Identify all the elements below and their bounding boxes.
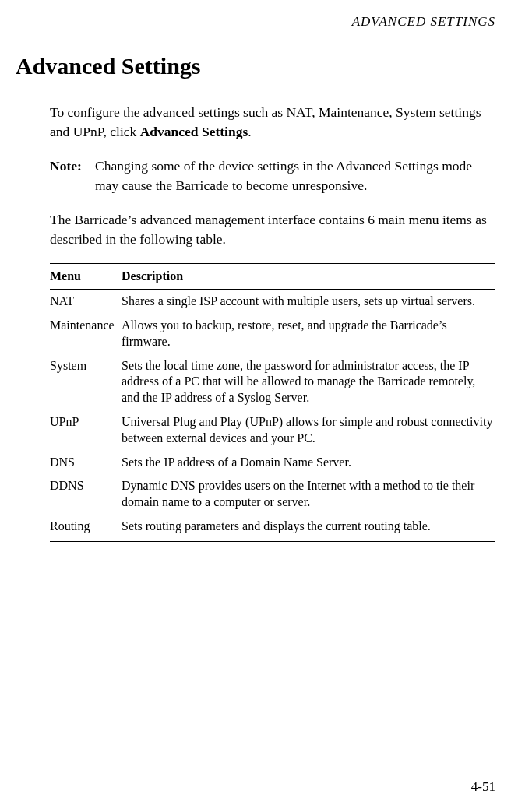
table-cell-menu: NAT [50,290,122,314]
intro-prefix: To configure the advanced settings such … [50,104,481,139]
page-number: 4-51 [471,779,495,795]
table-cell-description: Shares a single ISP account with multipl… [122,290,495,314]
table-cell-menu: System [50,354,122,410]
running-header: ADVANCED SETTINGS [0,0,511,30]
table-header-menu: Menu [50,264,122,290]
table-cell-menu: Maintenance [50,314,122,354]
table-row: DNS Sets the IP address of a Domain Name… [50,451,495,475]
note-block: Note: Changing some of the device settin… [50,156,495,196]
table-cell-description: Universal Plug and Play (UPnP) allows fo… [122,410,495,451]
table-header-row: Menu Description [50,264,495,290]
table-header-description: Description [122,264,495,290]
table-cell-menu: Routing [50,515,122,541]
intro-paragraph: To configure the advanced settings such … [50,103,495,142]
table-row: Routing Sets routing parameters and disp… [50,515,495,541]
intro-suffix: . [248,124,251,139]
table-row: System Sets the local time zone, the pas… [50,354,495,410]
body-section: To configure the advanced settings such … [16,103,495,542]
menu-table: Menu Description NAT Shares a single ISP… [50,263,495,542]
paragraph-2: The Barricade’s advanced management inte… [50,210,495,250]
table-cell-description: Dynamic DNS provides users on the Intern… [122,474,495,515]
table-row: UPnP Universal Plug and Play (UPnP) allo… [50,410,495,451]
table-row: DDNS Dynamic DNS provides users on the I… [50,474,495,515]
page-content: Advanced Settings To configure the advan… [0,30,511,542]
note-label: Note: [50,156,95,196]
table-cell-menu: DDNS [50,474,122,515]
table-cell-description: Sets the IP address of a Domain Name Ser… [122,451,495,475]
table-cell-description: Allows you to backup, restore, reset, an… [122,314,495,354]
intro-bold: Advanced Settings [140,124,248,139]
table-row: Maintenance Allows you to backup, restor… [50,314,495,354]
table-cell-description: Sets routing parameters and displays the… [122,515,495,541]
table-row: NAT Shares a single ISP account with mul… [50,290,495,314]
table-cell-menu: UPnP [50,410,122,451]
table-cell-description: Sets the local time zone, the password f… [122,354,495,410]
note-text: Changing some of the device settings in … [95,156,495,196]
page-title: Advanced Settings [16,53,495,79]
table-cell-menu: DNS [50,451,122,475]
